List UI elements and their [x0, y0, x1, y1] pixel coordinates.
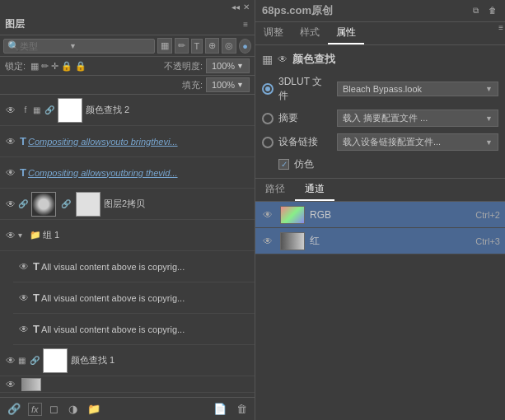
link-bottom-icon[interactable]: 🔗 [5, 401, 23, 417]
radio-abstract[interactable] [262, 113, 274, 124]
chevron-down-icon: ▼ [69, 42, 77, 50]
lock-paint-icon[interactable]: ✏ [41, 61, 49, 72]
lock-artboard-icon[interactable]: 🔒 [61, 61, 72, 72]
eye-icon[interactable]: 👁 [16, 261, 31, 273]
lock-move-icon[interactable]: ✛ [51, 61, 58, 72]
layer-row[interactable]: 👁 🔗 🔗 图层2拷贝 [0, 189, 255, 220]
layer-name: All visual content above is copyrig... [41, 324, 251, 334]
channel-shortcut: Ctrl+2 [475, 210, 500, 220]
filter-toggle[interactable]: ● [239, 39, 251, 54]
dropdown-3dlut[interactable]: Bleach Bypass.look ▼ [337, 82, 498, 96]
properties-panel: ▦ 👁 颜色查找 3DLUT 文件 Bleach Bypass.look ▼ 摘… [255, 45, 505, 178]
filter-icon2[interactable]: ✏ [175, 38, 189, 54]
filter-icon5[interactable]: ◎ [222, 38, 236, 54]
eye-icon[interactable]: 👁 [3, 167, 18, 179]
dock-icon[interactable]: ⧉ [471, 5, 480, 16]
tab-style[interactable]: 样式 [292, 22, 328, 44]
eye-icon[interactable]: 👁 [260, 236, 275, 247]
opacity-chevron: ▼ [236, 62, 244, 70]
link-icon[interactable]: 🔗 [44, 105, 54, 114]
checkbox-dither[interactable] [278, 159, 289, 170]
lock-icons: ▦ ✏ ✛ 🔒 🔒 [30, 61, 87, 72]
search-input[interactable] [20, 41, 69, 51]
layers-list: 👁 f ▦ 🔗 颜色查找 2 👁 T Compositing allowsyou… [0, 95, 255, 397]
text-type-icon: T [33, 292, 40, 304]
adjustment-button[interactable]: ◑ [66, 401, 80, 417]
filter-icon3[interactable]: T [191, 39, 203, 54]
bottom-tabs: 路径 通道 [255, 179, 505, 202]
filter-icon4[interactable]: ⊕ [205, 38, 219, 54]
eye-icon[interactable]: 👁 [3, 230, 18, 241]
layer-row[interactable]: 👁 f ▦ 🔗 颜色查找 2 [0, 95, 255, 126]
new-group-button[interactable]: 📁 [85, 401, 103, 417]
lock-pixel-icon[interactable]: ▦ [30, 61, 39, 72]
eye-icon[interactable]: 👁 [3, 136, 18, 147]
tab-paths[interactable]: 路径 [255, 179, 295, 201]
text-type-icon: T [33, 260, 40, 273]
link-icon[interactable]: 🔗 [18, 199, 28, 208]
channel-name: RGB [310, 209, 470, 221]
grid-icon: ▦ [262, 53, 273, 66]
eye-icon[interactable]: 👁 [3, 379, 18, 390]
layer-row[interactable]: 👁 T All visual content above is copyrig.… [13, 282, 255, 314]
layer-name: 图层2拷贝 [104, 198, 251, 210]
tab-channels[interactable]: 通道 [295, 179, 334, 201]
text-type-icon: T [33, 323, 40, 335]
eye-icon[interactable]: 👁 [3, 355, 18, 366]
fill-label: 填充: [182, 79, 203, 91]
layer-row[interactable]: 👁 ▦ 🔗 颜色查找 1 [0, 345, 255, 376]
panel-menu-icon[interactable]: ≡ [241, 19, 250, 30]
chain-icon[interactable]: 🔗 [61, 199, 71, 208]
layer-row[interactable]: 👁 T Compositing allowsyoutbring thevid..… [0, 157, 255, 189]
close-icon[interactable]: ✕ [241, 2, 251, 12]
eye-icon[interactable]: 👁 [3, 198, 18, 210]
eye-icon[interactable]: 👁 [260, 209, 275, 221]
channel-name: 红 [310, 234, 470, 248]
layer-name: Compositing allowsyoutbring thevid... [28, 168, 251, 178]
eye-icon[interactable]: 👁 [16, 292, 31, 304]
mask-button[interactable]: ◻ [47, 401, 61, 417]
panel-top-arrows: ◂◂ ✕ [0, 0, 255, 14]
layer-thumbnail [58, 98, 82, 123]
chevron-icon[interactable]: ▾ [18, 231, 28, 240]
dropdown-chevron: ▼ [485, 138, 493, 147]
lock-all-icon[interactable]: 🔒 [75, 61, 87, 72]
filter-icon1[interactable]: ▦ [157, 38, 172, 54]
search-box[interactable]: 🔍 ▼ [3, 39, 155, 54]
eye-icon[interactable]: 👁 [3, 105, 18, 116]
fill-dropdown[interactable]: 100% ▼ [206, 77, 250, 92]
channels-section: 路径 通道 👁 RGB Ctrl+2 👁 红 Ctrl+3 [255, 178, 505, 420]
collapse-icon[interactable]: ◂◂ [230, 2, 241, 12]
eye-icon[interactable]: 👁 [16, 324, 31, 335]
layer-name: 颜色查找 2 [86, 104, 251, 116]
prop-row-abstract: 摘要 载入 摘要配置文件 ... ▼ [262, 110, 498, 127]
label-device: 设备链接 [278, 135, 332, 149]
radio-3dlut[interactable] [262, 83, 274, 95]
fx-button[interactable]: fx [28, 403, 42, 416]
properties-header: ▦ 👁 颜色查找 [262, 52, 498, 67]
trash-icon[interactable]: 🗑 [487, 5, 498, 16]
table-icon: ▦ [18, 356, 30, 365]
channel-row[interactable]: 👁 红 Ctrl+3 [255, 228, 505, 254]
tab-adjust[interactable]: 调整 [255, 22, 292, 44]
text-type-icon: T [20, 166, 26, 179]
layer-row[interactable]: 👁 T Compositing allowsyouto bringthevi..… [0, 126, 255, 157]
dropdown-chevron: ▼ [485, 85, 493, 93]
layer-row[interactable]: 👁 ▾ 📁 组 1 [0, 220, 255, 251]
panel-menu-right[interactable]: ≡ [497, 22, 505, 44]
layer-row[interactable]: 👁 T All visual content above is copyrig.… [13, 251, 255, 282]
layer-row[interactable]: 👁 [0, 376, 255, 393]
tab-properties[interactable]: 属性 [328, 22, 364, 44]
layer-row[interactable]: 👁 T All visual content above is copyrig.… [13, 314, 255, 345]
prop-title: 颜色查找 [292, 52, 335, 67]
panel-menu-icons: ≡ [241, 19, 250, 30]
dropdown-device[interactable]: 载入设备链接配置文件... ▼ [337, 133, 498, 151]
fill-row: 填充: 100% ▼ [0, 76, 255, 95]
link-icon[interactable]: 🔗 [30, 356, 40, 365]
radio-device[interactable] [262, 137, 274, 148]
delete-layer-button[interactable]: 🗑 [234, 401, 250, 417]
dropdown-abstract[interactable]: 载入 摘要配置文件 ... ▼ [337, 110, 498, 127]
channel-row[interactable]: 👁 RGB Ctrl+2 [255, 202, 505, 228]
new-layer-button[interactable]: 📄 [211, 401, 229, 417]
opacity-dropdown[interactable]: 100% ▼ [206, 58, 250, 73]
